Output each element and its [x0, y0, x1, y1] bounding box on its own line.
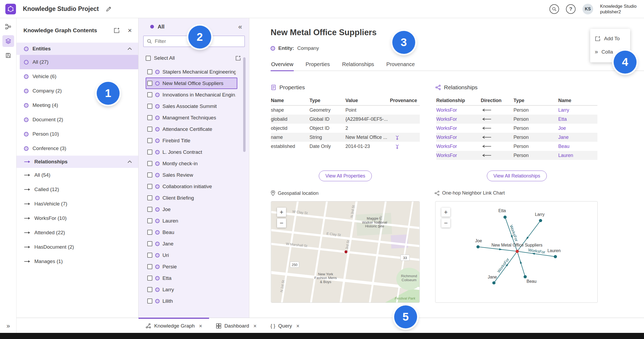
entity-list-item[interactable]: Beau	[146, 227, 237, 238]
item-checkbox[interactable]	[147, 92, 152, 97]
entity-name-link[interactable]: Larry	[558, 107, 569, 113]
entity-filter-item[interactable]: Person (10)	[20, 127, 138, 141]
detail-tab-overview[interactable]: Overview	[271, 59, 294, 71]
map-zoom-out-button[interactable]: −	[277, 219, 286, 228]
entity-name-link[interactable]: Beau	[558, 144, 569, 149]
view-tab-dashboard[interactable]: Dashboard×	[209, 318, 263, 333]
detail-tab-properties[interactable]: Properties	[305, 59, 330, 71]
entities-section-header[interactable]: Entities	[17, 43, 138, 55]
view-tab-knowledge-graph[interactable]: Knowledge Graph×	[138, 318, 209, 333]
relationship-filter-item[interactable]: HasVehicle (7)	[20, 197, 138, 211]
entity-list-item[interactable]: Attendance Certificate	[146, 123, 237, 135]
relationship-link[interactable]: WorksFor	[436, 135, 457, 140]
add-selection-button[interactable]	[235, 55, 241, 61]
entity-list-item[interactable]: Innovations in Mechanical Engin...	[146, 89, 237, 100]
add-to-menu-item[interactable]: Add To	[590, 32, 630, 45]
relationship-filter-item[interactable]: WorksFor (10)	[20, 211, 138, 225]
item-checkbox[interactable]	[147, 161, 152, 166]
item-checkbox[interactable]	[147, 150, 152, 155]
relationship-filter-item[interactable]: Manages (1)	[20, 254, 138, 269]
item-checkbox[interactable]	[147, 81, 152, 86]
entity-list-item[interactable]: New Metal Office Suppliers	[146, 78, 237, 89]
entity-name-link[interactable]: Jane	[558, 135, 569, 140]
relationship-filter-item[interactable]: Called (12)	[20, 182, 138, 197]
entity-filter-item[interactable]: Conference (3)	[20, 141, 138, 156]
close-icon[interactable]: ×	[296, 323, 299, 329]
user-info[interactable]: Knowledge Studio publisher2	[600, 3, 637, 15]
edit-title-icon[interactable]	[106, 6, 112, 12]
save-tool-button[interactable]	[2, 50, 14, 61]
expand-rail-button[interactable]: »	[0, 323, 17, 329]
layers-tool-button[interactable]	[2, 35, 14, 47]
geospatial-map[interactable]: + − W Clay StE Clay StW Marshall StN 1st…	[271, 201, 420, 303]
entity-list-item[interactable]: Client Briefing	[146, 192, 237, 204]
item-checkbox[interactable]	[147, 69, 152, 74]
user-avatar[interactable]: KS	[582, 4, 593, 14]
link-chart-canvas[interactable]: WorksForWorksForWorksForEttaLarryJoeLaur…	[435, 201, 597, 303]
item-checkbox[interactable]	[147, 264, 152, 269]
entity-list-item[interactable]: Managment Techniques	[146, 112, 237, 123]
entity-list-item[interactable]: Joe	[146, 204, 237, 215]
item-checkbox[interactable]	[147, 218, 152, 223]
entity-list-item[interactable]: Jane	[146, 238, 237, 249]
collapse-panel-button[interactable]: «	[238, 24, 242, 29]
help-button[interactable]: ?	[566, 4, 576, 14]
one-hop-link-chart[interactable]: + − WorksForWorksForWorksForEttaLarryJoe…	[435, 201, 598, 303]
relationship-filter-item[interactable]: Attended (22)	[20, 225, 138, 240]
search-button[interactable]	[549, 4, 559, 14]
entity-list-item[interactable]: Collaboration initiative	[146, 181, 237, 192]
chart-zoom-out-button[interactable]: −	[441, 219, 450, 228]
view-all-properties-button[interactable]: View All Properties	[319, 171, 372, 181]
entity-list-item[interactable]: Staplers Mechanical Engineering	[146, 66, 237, 78]
item-checkbox[interactable]	[147, 253, 152, 258]
entity-list-item[interactable]: Uri	[146, 249, 237, 261]
close-icon[interactable]: ×	[253, 323, 256, 329]
item-checkbox[interactable]	[147, 127, 152, 132]
relationship-link[interactable]: WorksFor	[436, 144, 457, 149]
scrollbar-thumb[interactable]	[243, 57, 246, 152]
entity-list-item[interactable]: L. Jones Contract	[146, 146, 237, 158]
add-to-new-button[interactable]	[113, 27, 120, 34]
item-checkbox[interactable]	[147, 287, 152, 292]
map-canvas[interactable]: W Clay StE Clay StW Marshall StN 1st StN…	[271, 201, 419, 303]
provenance-icon[interactable]	[395, 135, 400, 140]
item-checkbox[interactable]	[147, 298, 152, 304]
entity-filter-item[interactable]: Meeting (4)	[20, 98, 138, 112]
close-panel-button[interactable]: ×	[128, 27, 132, 33]
item-checkbox[interactable]	[147, 115, 152, 120]
entity-name-link[interactable]: Etta	[558, 116, 567, 122]
entity-filter-item[interactable]: Company (2)	[20, 84, 138, 98]
relationship-link[interactable]: WorksFor	[436, 107, 457, 113]
entity-list-item[interactable]: Lilith	[146, 295, 237, 307]
item-checkbox[interactable]	[147, 172, 152, 177]
relationship-link[interactable]: WorksFor	[436, 153, 457, 158]
entity-list-item[interactable]: Sales Review	[146, 169, 237, 181]
relationship-link[interactable]: WorksFor	[436, 116, 457, 122]
detail-tab-relationships[interactable]: Relationships	[342, 59, 375, 71]
view-tab-query[interactable]: { }Query×	[264, 318, 307, 333]
entity-list-item[interactable]: Larry	[146, 284, 237, 295]
entity-list-item[interactable]: Sales Associate Summit	[146, 100, 237, 112]
chart-zoom-in-button[interactable]: +	[441, 208, 450, 217]
provenance-icon[interactable]	[395, 144, 400, 149]
map-zoom-in-button[interactable]: +	[277, 208, 286, 217]
relationship-link[interactable]: WorksFor	[436, 126, 457, 131]
item-checkbox[interactable]	[147, 230, 152, 235]
entity-filter-item[interactable]: Vehicle (6)	[20, 69, 138, 84]
relationship-filter-item[interactable]: HasDocument (2)	[20, 240, 138, 254]
hierarchy-tool-button[interactable]	[2, 21, 14, 33]
relationships-section-header[interactable]: Relationships	[17, 156, 138, 168]
entity-filter-item[interactable]: All (27)	[20, 55, 138, 69]
item-checkbox[interactable]	[147, 241, 152, 246]
view-all-relationships-button[interactable]: View All Relationships	[487, 171, 547, 181]
entity-name-link[interactable]: Lauren	[558, 153, 573, 158]
item-checkbox[interactable]	[147, 138, 152, 143]
item-checkbox[interactable]	[147, 195, 152, 200]
item-checkbox[interactable]	[147, 184, 152, 189]
item-checkbox[interactable]	[147, 276, 152, 281]
close-icon[interactable]: ×	[199, 323, 202, 329]
detail-tab-provenance[interactable]: Provenance	[386, 59, 415, 71]
item-checkbox[interactable]	[147, 207, 152, 212]
entity-name-link[interactable]: Joe	[558, 126, 566, 131]
entity-list-item[interactable]: Firebird Title	[146, 135, 237, 146]
